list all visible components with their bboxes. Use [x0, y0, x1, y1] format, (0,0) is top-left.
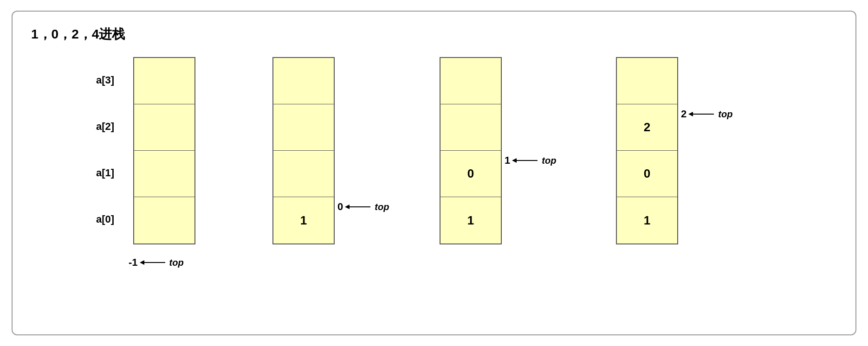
main-container: 1，0，2，4进栈 a[3] a[2] a[1] a[0] -1 [12, 11, 856, 335]
top-value-2: 1 [505, 154, 510, 167]
arrow-2 [512, 156, 540, 165]
top-value-0: -1 [129, 256, 138, 269]
svg-marker-1 [140, 260, 144, 265]
top-value-3: 2 [681, 108, 687, 120]
label-a0: a[0] [96, 196, 114, 243]
stack-2: 0 1 1 top [440, 57, 502, 244]
label-a2: a[2] [96, 103, 114, 150]
stack-3: 2 0 1 2 top [616, 57, 678, 244]
page-title: 1，0，2，4进栈 [31, 26, 837, 43]
top-label-3: top [718, 109, 732, 120]
arrow-3 [688, 109, 716, 119]
svg-marker-7 [688, 112, 693, 116]
svg-marker-3 [345, 205, 350, 209]
top-label-2: top [542, 155, 556, 166]
top-indicator-3: 2 top [681, 108, 732, 120]
arrow-1 [345, 202, 373, 211]
cell-2-0: 1 [440, 197, 501, 243]
top-value-1: 0 [337, 201, 343, 213]
stack-0: -1 top [133, 57, 195, 244]
stack-1: 1 0 top [272, 57, 335, 244]
cell-2-1: 0 [440, 151, 501, 197]
top-label-1: top [375, 202, 389, 212]
label-a3: a[3] [96, 57, 114, 103]
top-label-0: top [169, 257, 184, 268]
arrow-0 [140, 258, 168, 267]
top-indicator-2: 1 top [505, 154, 556, 167]
cell-3-2: 2 [617, 104, 677, 151]
svg-marker-5 [512, 158, 517, 163]
cell-3-1: 0 [617, 151, 677, 197]
label-a1: a[1] [96, 150, 114, 196]
cell-1-0: 1 [273, 197, 334, 243]
top-indicator-0: -1 top [129, 256, 184, 269]
cell-3-0: 1 [617, 197, 677, 243]
top-indicator-1: 0 top [337, 201, 389, 213]
